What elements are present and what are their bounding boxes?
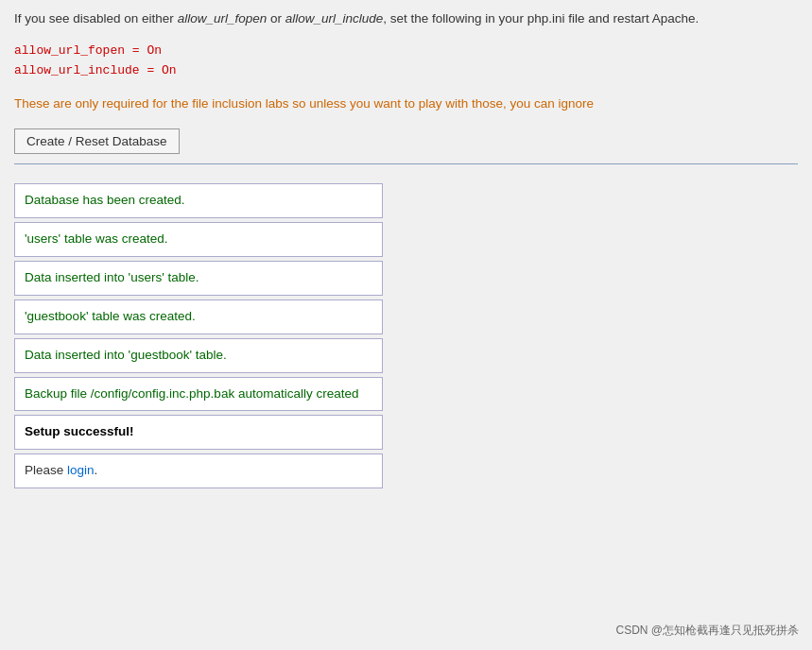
create-reset-button[interactable]: Create / Reset Database xyxy=(14,128,180,154)
please-text: Please xyxy=(25,463,67,477)
page-container: If you see disabled on either allow_url_… xyxy=(0,0,812,502)
results-section: Database has been created. 'users' table… xyxy=(14,183,798,492)
code-line-1: allow_url_fopen = On xyxy=(14,42,798,61)
code-line-2: allow_url_include = On xyxy=(14,61,798,81)
result-setup-successful: Setup successful! xyxy=(14,415,383,450)
note-paragraph: These are only required for the file inc… xyxy=(14,94,798,113)
intro-paragraph: If you see disabled on either allow_url_… xyxy=(14,9,798,28)
result-data-inserted-users: Data inserted into 'users' table. xyxy=(14,261,383,296)
result-users-table: 'users' table was created. xyxy=(14,222,383,257)
period-text: . xyxy=(95,463,98,477)
result-data-inserted-guestbook: Data inserted into 'guestbook' table. xyxy=(14,338,383,373)
login-link[interactable]: login xyxy=(67,463,95,477)
result-login-prompt: Please login. xyxy=(14,453,383,488)
section-divider xyxy=(14,163,798,164)
allow-url-fopen-italic: allow_url_fopen xyxy=(178,11,268,26)
button-section: Create / Reset Database xyxy=(14,128,798,154)
result-backup-file: Backup file /config/config.inc.php.bak a… xyxy=(14,377,383,412)
allow-url-include-italic: allow_url_include xyxy=(285,11,384,26)
watermark: CSDN @怎知枪截再逢只见抵死拼杀 xyxy=(612,621,803,641)
result-database-created: Database has been created. xyxy=(14,183,383,218)
code-block: allow_url_fopen = On allow_url_include =… xyxy=(14,36,798,87)
result-guestbook-table: 'guestbook' table was created. xyxy=(14,299,383,334)
